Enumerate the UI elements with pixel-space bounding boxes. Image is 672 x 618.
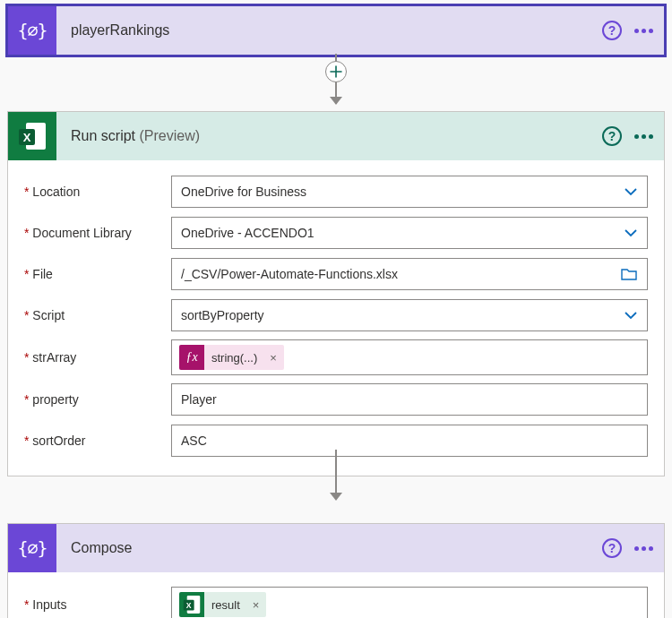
- label-location: Location: [24, 185, 171, 199]
- remove-token-icon[interactable]: ×: [246, 598, 267, 612]
- label-sortorder: sortOrder: [24, 433, 171, 448]
- label-script: Script: [24, 308, 171, 322]
- more-menu-icon[interactable]: [634, 29, 653, 33]
- remove-token-icon[interactable]: ×: [263, 351, 284, 365]
- label-inputs: Inputs: [24, 597, 171, 612]
- card-body: Inputs X result ×: [8, 572, 664, 618]
- card-body: Location OneDrive for Business Document …: [8, 160, 664, 476]
- more-menu-icon[interactable]: [634, 546, 653, 551]
- card-title: playerRankings: [56, 22, 602, 39]
- action-card-playerrankings[interactable]: {∅} playerRankings ?: [5, 4, 667, 57]
- add-step-button[interactable]: [325, 61, 347, 82]
- dynamic-content-token[interactable]: X result ×: [179, 592, 266, 617]
- property-input[interactable]: Player: [171, 383, 648, 416]
- folder-icon[interactable]: [620, 265, 638, 283]
- excel-icon: X: [8, 112, 56, 160]
- document-library-dropdown[interactable]: OneDrive - ACCENDO1: [171, 217, 648, 249]
- expression-token[interactable]: ƒx string(...) ×: [179, 345, 284, 370]
- card-title: Run script (Preview): [56, 128, 602, 144]
- file-input[interactable]: /_CSV/Power-Automate-Functions.xlsx: [171, 258, 648, 290]
- chevron-down-icon: [624, 185, 638, 199]
- chevron-down-icon: [624, 308, 638, 322]
- location-dropdown[interactable]: OneDrive for Business: [171, 176, 648, 208]
- action-card-compose: {∅} Compose ? Inputs X result: [7, 523, 665, 618]
- more-menu-icon[interactable]: [634, 134, 653, 139]
- compose-icon: {∅}: [8, 524, 56, 572]
- script-dropdown[interactable]: sortByProperty: [171, 299, 648, 331]
- label-strarray: strArray: [24, 350, 171, 365]
- card-title: Compose: [56, 540, 602, 556]
- action-card-run-script: X Run script (Preview) ? Location OneDri…: [7, 111, 665, 476]
- label-document-library: Document Library: [24, 226, 171, 240]
- strarray-input[interactable]: ƒx string(...) ×: [171, 339, 648, 375]
- sortorder-input[interactable]: ASC: [171, 425, 648, 457]
- help-icon[interactable]: ?: [602, 126, 622, 146]
- help-icon[interactable]: ?: [602, 21, 622, 40]
- inputs-field[interactable]: X result ×: [171, 587, 648, 618]
- label-property: property: [24, 392, 171, 407]
- compose-icon: {∅}: [8, 6, 56, 55]
- card-header[interactable]: {∅} playerRankings ?: [8, 6, 664, 55]
- card-header[interactable]: {∅} Compose ?: [8, 524, 664, 572]
- chevron-down-icon: [624, 226, 638, 240]
- fx-icon: ƒx: [179, 345, 204, 370]
- plus-icon: [330, 65, 342, 78]
- help-icon[interactable]: ?: [602, 538, 622, 558]
- label-file: File: [24, 267, 171, 281]
- excel-icon: X: [179, 592, 204, 617]
- card-header[interactable]: X Run script (Preview) ?: [8, 112, 664, 160]
